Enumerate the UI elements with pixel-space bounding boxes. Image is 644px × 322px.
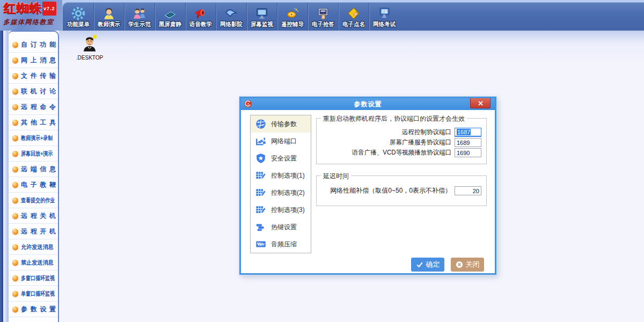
megaphone-icon	[194, 5, 208, 20]
toolbar-button-function-menu[interactable]: 功能菜单	[63, 3, 93, 31]
toolbar-button-voice-teaching[interactable]: 语音教学	[185, 3, 216, 31]
sidebar-item-other-tools[interactable]: 其他工具	[9, 115, 58, 130]
sidebar-item-multi-window-monitor[interactable]: 多窗口循环监视	[9, 270, 58, 286]
field-label: 屏幕广播服务协议端口	[390, 138, 451, 147]
orange-bullet-icon	[12, 135, 18, 141]
grid-pencil-icon	[255, 170, 267, 181]
port-group-legend: 重新启动教师机程序后，协议端口的设置才会生效	[321, 114, 467, 123]
voice-broadcast-port-input[interactable]: 1690	[455, 148, 481, 157]
dialog-titlebar[interactable]: 参数设置	[241, 98, 495, 110]
sidebar-item-remote-info[interactable]: 远端信息	[9, 162, 58, 177]
dialog-nav-panel: 传输参数 网络端口 安全设置 控制选项(1)	[250, 115, 311, 253]
dialog-nav-hotkey-settings[interactable]: 热键设置	[251, 218, 311, 236]
sidebar: 自订功能 网上消息 文件传输 联机讨论 远程命令 其他工具 教师演示+录制 屏幕…	[0, 31, 59, 322]
orange-bullet-icon	[12, 151, 18, 157]
orange-bullet-icon	[12, 120, 18, 126]
sidebar-item-file-transfer[interactable]: 文件传输	[9, 68, 58, 84]
waveform-icon	[255, 238, 267, 250]
app-logo: 红蜘蛛v7.2 多媒体网络教室	[0, 0, 62, 31]
monitor-icon	[255, 5, 269, 20]
field-row: 屏幕广播服务协议端口 1689	[317, 137, 486, 148]
dialog-nav-control-options-1[interactable]: 控制选项(1)	[251, 167, 311, 184]
orange-bullet-icon	[12, 291, 18, 297]
sidebar-item-screen-playback-demo[interactable]: 屏幕回放+演示	[9, 146, 58, 162]
sidebar-item-single-window-monitor[interactable]: 单窗口循环监视	[9, 286, 58, 302]
app-title-text: 红蜘蛛	[3, 2, 42, 15]
satellite-icon	[286, 5, 299, 20]
orange-bullet-icon	[12, 244, 18, 250]
orange-bullet-icon	[12, 42, 18, 48]
toolbar-button-screen-monitor[interactable]: 屏幕监视	[246, 3, 277, 31]
toolbar-button-teacher-demo[interactable]: 教师演示	[93, 3, 124, 31]
orange-bullet-icon	[12, 306, 18, 312]
sidebar-item-remote-shutdown[interactable]: 远程关机	[9, 208, 58, 224]
sidebar-item-remote-boot[interactable]: 远程开机	[9, 224, 58, 239]
hotkey-icon	[255, 221, 267, 233]
orange-bullet-icon	[12, 73, 18, 79]
field-row: 语音广播、VCD等视频播放协议端口 1690	[317, 148, 486, 158]
roll-call-icon	[347, 5, 361, 20]
sidebar-item-online-discussion[interactable]: 联机讨论	[9, 84, 58, 99]
desktop-student-icon[interactable]: .DESKTOP	[74, 34, 105, 61]
orange-bullet-icon	[12, 166, 18, 172]
close-icon	[478, 100, 484, 106]
orange-bullet-icon	[12, 275, 18, 281]
dialog-title: 参数设置	[354, 100, 382, 109]
dialog-nav-transfer-params[interactable]: 传输参数	[251, 115, 311, 133]
screen-broadcast-port-input[interactable]: 1689	[455, 138, 481, 147]
shield-star-icon	[255, 152, 267, 164]
field-row: 远程控制协议端口 1687	[317, 127, 486, 137]
field-label: 远程控制协议端口	[402, 128, 451, 137]
desktop-area: .DESKTOP 参数设置 传输参数	[59, 31, 644, 322]
sidebar-item-teacher-demo-record[interactable]: 教师演示+录制	[9, 130, 58, 146]
sidebar-item-parameter-settings[interactable]: 参数设置	[9, 302, 58, 317]
orange-bullet-icon	[12, 229, 18, 235]
delay-group-legend: 延迟时间	[321, 172, 351, 181]
field-label: 语音广播、VCD等视频播放协议端口	[352, 148, 451, 157]
dialog-nav-network-ports[interactable]: 网络端口	[251, 133, 311, 150]
dialog-nav-control-options-3[interactable]: 控制选项(3)	[251, 201, 311, 218]
field-label: 网络性能补偿（取值0~50，0表示不补偿）	[330, 186, 451, 195]
app-title: 红蜘蛛v7.2	[3, 2, 62, 16]
toolbar-button-quiz-buzzer[interactable]: 电子抢答	[308, 3, 338, 31]
toolbar: 功能菜单 教师演示 学生示范 黑屏肃静	[62, 2, 644, 31]
version-badge: v7.2	[42, 2, 56, 16]
dialog-close-button[interactable]	[470, 98, 491, 108]
app-window: 红蜘蛛v7.2 多媒体网络教室 功能菜单 教师演示 学生示范	[0, 0, 644, 322]
orange-bullet-icon	[12, 182, 18, 188]
grid-pencil-icon	[255, 187, 267, 199]
toolbar-button-student-demo[interactable]: 学生示范	[124, 3, 155, 31]
delay-compensation-input[interactable]: 20	[455, 186, 481, 195]
parameter-settings-dialog: 参数设置 传输参数 网络端口 安全	[239, 97, 496, 275]
dialog-nav-audio-compression[interactable]: 音频压缩	[251, 236, 311, 253]
toolbar-button-online-exam[interactable]: 网络考试	[369, 3, 399, 31]
remote-control-port-input[interactable]: 1687	[455, 128, 481, 137]
close-button[interactable]: 关闭	[451, 258, 484, 272]
orange-bullet-icon	[12, 57, 18, 63]
dialog-body: 传输参数 网络端口 安全设置 控制选项(1)	[241, 110, 495, 275]
sidebar-item-custom-functions[interactable]: 自订功能	[9, 37, 58, 53]
grid-pencil-icon	[255, 204, 267, 216]
orange-bullet-icon	[12, 104, 18, 110]
web-icon	[255, 118, 267, 130]
ok-button[interactable]: 确定	[411, 258, 444, 272]
orange-bullet-icon	[12, 197, 18, 203]
hand-screen-icon	[316, 5, 330, 20]
sidebar-item-electronic-pointer[interactable]: 电子教鞭	[9, 177, 58, 193]
spider-logo-icon	[244, 100, 252, 108]
dialog-nav-security-settings[interactable]: 安全设置	[251, 150, 311, 167]
sidebar-item-allow-messages[interactable]: 允许发送消息	[9, 239, 58, 255]
dialog-nav-control-options-2[interactable]: 控制选项(2)	[251, 184, 311, 201]
sidebar-highlight-strip	[3, 31, 9, 322]
film-icon	[224, 5, 238, 20]
exam-monitor-icon	[377, 5, 391, 20]
sidebar-item-online-messages[interactable]: 网上消息	[9, 53, 58, 68]
toolbar-button-black-screen[interactable]: 黑屏肃静	[155, 3, 185, 31]
sidebar-item-remote-command[interactable]: 远程命令	[9, 99, 58, 115]
toolbar-button-remote-tutoring[interactable]: 遥控辅导	[277, 3, 308, 31]
sidebar-item-view-submitted-homework[interactable]: 查看提交的作业	[9, 193, 58, 208]
sidebar-item-forbid-messages[interactable]: 禁止发送消息	[9, 255, 58, 270]
students-icon	[133, 5, 147, 20]
toolbar-button-network-cinema[interactable]: 网络影院	[216, 3, 246, 31]
toolbar-button-roll-call[interactable]: 电子点名	[338, 3, 369, 31]
